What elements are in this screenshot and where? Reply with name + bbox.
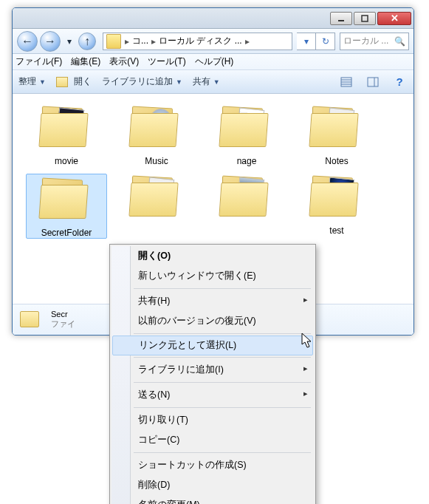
up-button[interactable]: ↑ <box>78 33 96 50</box>
close-button[interactable]: ✕ <box>377 12 411 25</box>
back-button[interactable]: ← <box>17 31 38 52</box>
folder-icon <box>40 176 93 223</box>
folder-label: SecretFolder <box>41 228 92 238</box>
menu-help[interactable]: ヘルプ(H) <box>195 55 234 68</box>
ctx-cut[interactable]: 切り取り(T) <box>111 410 314 430</box>
details-folder-icon <box>18 310 44 330</box>
folder-icon <box>220 104 273 151</box>
ctx-rename[interactable]: 名前の変更(M) <box>111 495 314 504</box>
organize-button[interactable]: 整理▼ <box>18 75 46 88</box>
svg-rect-1 <box>362 16 368 21</box>
menubar: ファイル(F) 編集(E) 表示(V) ツール(T) ヘルプ(H) <box>13 54 413 70</box>
folder-icon <box>310 104 363 151</box>
minimize-button[interactable] <box>330 12 352 25</box>
command-bar: 整理▼ 開く ライブラリに追加▼ 共有▼ ? <box>13 70 413 94</box>
search-input[interactable]: ローカル ... 🔍 <box>340 33 409 50</box>
folder-item[interactable]: movie <box>26 104 107 166</box>
folder-label: nage <box>237 156 257 166</box>
folder-icon <box>40 104 93 151</box>
ctx-share[interactable]: 共有(H) <box>111 291 314 311</box>
ctx-restore-versions[interactable]: 以前のバージョンの復元(V) <box>111 311 314 331</box>
history-dropdown[interactable]: ▾ <box>63 35 76 48</box>
folder-item[interactable] <box>116 174 197 239</box>
folder-item[interactable]: nage <box>206 104 287 166</box>
folder-item[interactable]: test <box>296 174 377 239</box>
breadcrumb-segment[interactable]: コ... <box>130 35 151 47</box>
share-button[interactable]: 共有▼ <box>193 75 220 88</box>
refresh-button[interactable]: ↻ <box>316 33 335 50</box>
search-placeholder: ローカル ... <box>343 35 388 47</box>
details-name: Secr <box>51 310 75 319</box>
folder-icon <box>310 174 363 221</box>
ctx-select-as-link-source[interactable]: リンク元として選択(L) <box>112 336 313 355</box>
titlebar: ✕ <box>13 8 413 29</box>
folder-item[interactable]: Music <box>116 104 197 166</box>
preview-pane-button[interactable] <box>365 74 381 90</box>
folder-label: Notes <box>325 156 348 166</box>
folder-label: Music <box>145 156 168 166</box>
folder-icon <box>220 174 273 221</box>
folder-item[interactable] <box>206 174 287 239</box>
view-button[interactable] <box>338 74 354 90</box>
menu-edit[interactable]: 編集(E) <box>71 55 100 68</box>
ctx-open[interactable]: 開く(O) <box>111 246 314 266</box>
folder-item[interactable]: Notes <box>296 104 377 166</box>
folder-icon <box>130 104 183 151</box>
address-bar[interactable]: ▸ コ... ▸ ローカル ディスク ... ▸ <box>103 33 292 50</box>
details-type: ファイ <box>51 319 75 330</box>
navbar: ← → ▾ ↑ ▸ コ... ▸ ローカル ディスク ... ▸ ▾ ↻ ローカ… <box>13 29 413 54</box>
ctx-add-to-library[interactable]: ライブラリに追加(I) <box>111 360 314 380</box>
menu-file[interactable]: ファイル(F) <box>16 55 62 68</box>
folder-label: movie <box>55 156 78 166</box>
ctx-copy[interactable]: コピー(C) <box>111 430 314 450</box>
maximize-button[interactable] <box>354 12 376 25</box>
folder-label: test <box>329 225 343 236</box>
ctx-open-new-window[interactable]: 新しいウィンドウで開く(E) <box>111 266 314 286</box>
help-button[interactable]: ? <box>391 74 408 90</box>
ctx-delete[interactable]: 削除(D) <box>111 475 314 495</box>
folder-open-icon <box>56 77 68 87</box>
library-button[interactable]: ライブラリに追加▼ <box>102 75 182 88</box>
drive-icon <box>106 34 121 49</box>
forward-button[interactable]: → <box>40 31 61 52</box>
ctx-send-to[interactable]: 送る(N) <box>111 385 314 405</box>
breadcrumb-segment[interactable]: ローカル ディスク ... <box>157 35 244 47</box>
menu-tools[interactable]: ツール(T) <box>148 55 185 68</box>
context-menu: 開く(O) 新しいウィンドウで開く(E) 共有(H) 以前のバージョンの復元(V… <box>109 244 316 504</box>
folder-icon <box>130 174 183 221</box>
folder-item[interactable]: SecretFolder <box>26 174 107 239</box>
svg-rect-6 <box>368 78 378 86</box>
menu-view[interactable]: 表示(V) <box>109 55 139 68</box>
cursor-icon <box>301 333 313 349</box>
address-dropdown[interactable]: ▾ <box>297 33 316 50</box>
ctx-create-shortcut[interactable]: ショートカットの作成(S) <box>111 455 314 475</box>
search-icon: 🔍 <box>394 36 405 47</box>
open-button[interactable]: 開く <box>56 75 92 88</box>
